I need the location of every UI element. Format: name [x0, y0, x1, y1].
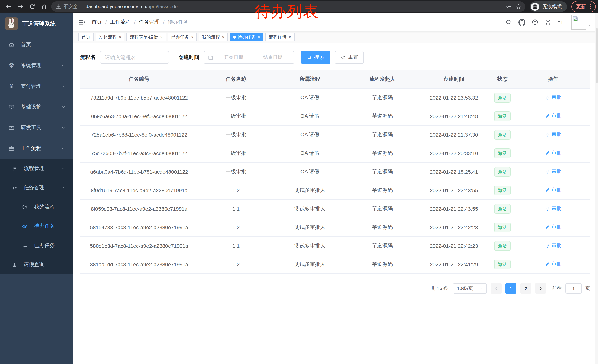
back-icon[interactable]	[4, 2, 13, 11]
fullscreen-icon[interactable]	[545, 19, 551, 25]
search-button[interactable]: 搜索	[301, 51, 331, 64]
flow-icon	[11, 185, 18, 191]
avatar[interactable]	[571, 15, 592, 30]
avatar-image-broken-icon	[571, 15, 586, 30]
table-row: a6aba0a4-7b6d-11ec-b781-acde48001122 一级审…	[80, 162, 590, 181]
sidebar-item-home[interactable]: 首页	[0, 34, 73, 55]
pagination: 共 16 条 10条/页 1 2 前往 页	[80, 283, 590, 294]
yen-icon: ¥	[8, 83, 15, 89]
date-range-input[interactable]: 开始日期 - 结束日期	[204, 51, 294, 64]
chevron-down-icon	[61, 105, 66, 110]
table-row: 725a1eb6-7b88-11ec-8ef0-acde48001122 一级审…	[80, 125, 590, 144]
font-size-icon[interactable]	[558, 18, 565, 26]
status-badge: 激活	[494, 241, 511, 251]
close-tab-icon[interactable]: ×	[119, 35, 121, 39]
breadcrumb-task-mgmt[interactable]: 任务管理	[139, 19, 160, 25]
approve-button[interactable]: 审批	[545, 224, 561, 231]
goto-page-input[interactable]	[565, 283, 582, 294]
reload-icon[interactable]	[27, 2, 37, 11]
close-tab-icon[interactable]: ×	[160, 35, 163, 39]
table-row: 58154733-7ac8-11ec-a9e2-a2380e71991a 1.2…	[80, 218, 590, 236]
sidebar-item-task-mgmt[interactable]: 任务管理	[0, 178, 73, 197]
help-icon[interactable]	[532, 19, 538, 25]
close-tab-icon[interactable]: ×	[222, 35, 224, 39]
sidebar-item-leave-query[interactable]: 请假查询	[0, 255, 73, 274]
cell-task-id: 725a1eb6-7b88-11ec-8ef0-acde48001122	[80, 125, 198, 144]
warning-icon	[56, 4, 61, 9]
app-logo: 芋道管理系统	[0, 13, 73, 34]
breadcrumb-workflow[interactable]: 工作流程	[110, 19, 131, 25]
sidebar-item-workflow[interactable]: 工作流程	[0, 138, 73, 159]
screen: 不安全 dashboard.yudao.iocoder.cn/bpm/task/…	[0, 0, 598, 364]
table-header: 任务编号 任务名称 所属流程 流程发起人 创建时间 状态 操作	[80, 70, 590, 88]
top-navbar: 首页 / 工作流程 / 任务管理 / 待办任务	[73, 13, 598, 32]
page-scrollbar[interactable]	[595, 13, 598, 364]
tab-home[interactable]: 首页	[78, 33, 94, 41]
home-icon[interactable]	[39, 2, 49, 11]
approve-button[interactable]: 审批	[545, 242, 561, 249]
approve-button[interactable]: 审批	[545, 131, 561, 138]
sidebar-item-done-tasks[interactable]: 已办任务	[0, 236, 73, 255]
browser-chrome: 不安全 dashboard.yudao.iocoder.cn/bpm/task/…	[0, 0, 598, 13]
github-icon[interactable]	[518, 19, 525, 26]
sidebar-item-devtools[interactable]: 研发工具	[0, 117, 73, 138]
breadcrumb-home[interactable]: 首页	[91, 19, 102, 25]
logo-image	[5, 17, 18, 30]
close-tab-icon[interactable]: ×	[191, 35, 194, 39]
tab-done-tasks[interactable]: 已办任务×	[168, 33, 197, 41]
page-button-1[interactable]: 1	[505, 283, 516, 294]
sidebar-item-my-process[interactable]: 我的流程	[0, 197, 73, 217]
tab-process-detail[interactable]: 流程详情×	[265, 33, 294, 41]
page-size-select[interactable]: 10条/页	[453, 283, 487, 294]
hamburger-icon[interactable]	[79, 19, 86, 26]
col-process: 所属流程	[274, 70, 346, 88]
sidebar-item-infra[interactable]: 基础设施	[0, 97, 73, 117]
table-row: 069c6a63-7b8a-11ec-8ef0-acde48001122 一级审…	[80, 107, 590, 125]
tags-view-bar: 首页 发起流程× 流程表单-编辑× 已办任务× 我的流程× 待办任务× 流程详情…	[73, 32, 598, 43]
approve-button[interactable]: 审批	[545, 168, 561, 175]
browser-menu-icon[interactable]	[587, 3, 594, 10]
col-created: 创建时间	[419, 70, 489, 88]
sidebar-item-system[interactable]: ⚙ 系统管理	[0, 55, 73, 76]
sidebar-item-todo-tasks[interactable]: 待办任务	[0, 217, 73, 236]
dashboard-icon	[8, 41, 15, 48]
approve-button[interactable]: 审批	[545, 261, 561, 267]
approve-button[interactable]: 审批	[545, 94, 561, 101]
filter-form: 流程名 创建时间 开始日期 - 结束日期 搜索 重	[80, 51, 590, 64]
approve-button[interactable]: 审批	[545, 187, 561, 194]
search-icon[interactable]	[505, 19, 512, 25]
approve-button[interactable]: 审批	[545, 205, 561, 212]
tab-todo-tasks[interactable]: 待办任务×	[230, 33, 264, 41]
col-task-name: 任务名称	[198, 70, 274, 88]
sidebar-item-payment[interactable]: ¥ 支付管理	[0, 76, 73, 97]
sidebar-item-process-mgmt[interactable]: 流程管理	[0, 159, 73, 178]
tab-start-process[interactable]: 发起流程×	[96, 33, 125, 41]
approve-button[interactable]: 审批	[545, 150, 561, 156]
close-tab-icon[interactable]: ×	[289, 35, 291, 39]
tree-table-icon	[11, 166, 18, 171]
tab-form-edit[interactable]: 流程表单-编辑×	[126, 33, 166, 41]
url-text: dashboard.yudao.iocoder.cn/bpm/task/todo	[86, 4, 178, 9]
status-badge: 激活	[494, 259, 511, 269]
eye-closed-icon	[22, 243, 28, 249]
process-name-input[interactable]	[100, 51, 169, 64]
cell-task-id: 8f0d1619-7ac8-11ec-a9e2-a2380e71991a	[80, 181, 198, 199]
close-tab-icon[interactable]: ×	[258, 35, 260, 39]
chevron-down-icon	[61, 166, 66, 171]
page-button-2[interactable]: 2	[520, 283, 531, 294]
browser-update-button[interactable]: 更新	[571, 1, 596, 12]
end-date-placeholder: 结束日期	[256, 54, 290, 61]
reset-button[interactable]: 重置	[335, 51, 364, 64]
key-icon[interactable]	[506, 4, 512, 9]
status-badge: 激活	[494, 93, 511, 102]
cell-task-id: 580e1b3d-7ac8-11ec-a9e2-a2380e71991a	[80, 236, 198, 255]
tab-my-process[interactable]: 我的流程×	[199, 33, 228, 41]
next-page-button[interactable]	[535, 283, 546, 294]
star-icon[interactable]	[515, 3, 522, 10]
chevron-up-icon	[61, 185, 66, 190]
pencil-icon	[545, 95, 550, 100]
url-bar[interactable]: 不安全 dashboard.yudao.iocoder.cn/bpm/task/…	[51, 1, 525, 12]
prev-page-button[interactable]	[490, 283, 502, 294]
approve-button[interactable]: 审批	[545, 113, 561, 119]
forward-icon[interactable]	[16, 2, 25, 11]
